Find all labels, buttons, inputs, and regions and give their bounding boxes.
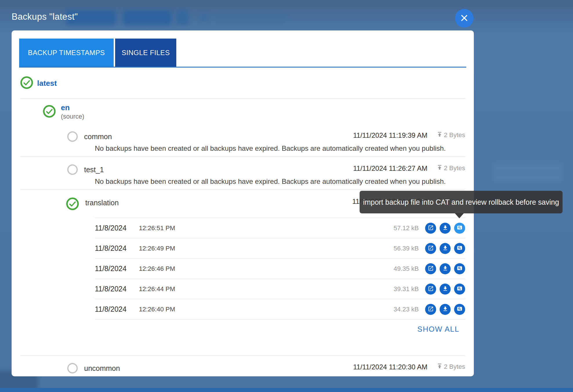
- download-icon: [442, 245, 448, 252]
- locale-label: en: [61, 103, 84, 112]
- unchecked-circle-icon[interactable]: [67, 164, 78, 175]
- preview-icon: [456, 265, 463, 272]
- backup-row: 11/8/2024 12:26:44 PM 39.31 kB: [95, 279, 465, 299]
- backup-date: 11/8/2024: [95, 224, 130, 232]
- open-in-new-button[interactable]: [425, 304, 436, 315]
- publish-icon: [437, 131, 443, 139]
- open-in-new-button[interactable]: [425, 284, 436, 295]
- backup-size: 56.39 kB: [394, 245, 419, 252]
- backup-row: 11/8/2024 12:26:40 PM 34.23 kB: [95, 299, 465, 320]
- blurred-icon: [200, 13, 208, 22]
- download-icon: [442, 286, 448, 293]
- root-label: latest: [37, 79, 57, 88]
- backup-time: 12:26:46 PM: [139, 265, 175, 273]
- open-in-new-icon: [428, 286, 434, 293]
- preview-icon: [456, 285, 463, 293]
- download-button[interactable]: [440, 304, 451, 315]
- open-in-new-icon: [428, 245, 434, 252]
- backup-size: 57.12 kB: [394, 224, 419, 232]
- file-size: 2 Bytes: [444, 164, 465, 172]
- backup-tree: latest en (source) common 11/11/2024 11:: [12, 68, 474, 376]
- backup-date: 11/8/2024: [95, 305, 130, 313]
- file-timestamp: 11/11/2024 11:20:30 AM: [353, 363, 427, 371]
- close-button[interactable]: [455, 9, 474, 28]
- dialog-title: Backups "latest": [12, 12, 78, 22]
- tab-bar: BACKUP TIMESTAMPS SINGLE FILES: [19, 39, 466, 68]
- download-button[interactable]: [440, 284, 451, 295]
- download-icon: [442, 306, 448, 313]
- preview-button[interactable]: [454, 284, 465, 295]
- download-button[interactable]: [440, 263, 451, 274]
- tree-row-en: en (source): [43, 99, 465, 124]
- open-in-new-icon: [428, 306, 434, 313]
- preview-button[interactable]: [454, 243, 465, 254]
- backup-size: 39.31 kB: [394, 285, 419, 293]
- backup-time: 12:26:49 PM: [139, 245, 175, 252]
- checked-circle-icon[interactable]: [66, 197, 79, 211]
- file-size: 2 Bytes: [444, 131, 465, 139]
- download-button[interactable]: [440, 243, 451, 254]
- preview-icon: [456, 224, 463, 232]
- checked-circle-icon[interactable]: [43, 105, 56, 119]
- blurred-button: [176, 10, 188, 25]
- no-backups-note: No backups have been created or all back…: [95, 144, 465, 153]
- blurred-content: [493, 162, 563, 183]
- file-name: translation: [85, 197, 119, 207]
- show-all-button[interactable]: SHOW ALL: [417, 325, 459, 334]
- backup-versions-list: 11/8/2024 12:26:51 PM 57.12 kB: [95, 218, 465, 340]
- backup-size: 34.23 kB: [394, 306, 419, 313]
- file-row-uncommon: uncommon 11/11/2024 11:20:30 AM 2 Bytes …: [20, 355, 465, 376]
- open-in-new-button[interactable]: [425, 223, 436, 234]
- publish-icon: [437, 363, 443, 371]
- preview-icon: [456, 245, 463, 252]
- file-name: uncommon: [84, 363, 120, 373]
- close-icon: [460, 14, 469, 23]
- backup-date: 11/8/2024: [95, 264, 130, 273]
- file-row-test-1: test_1 11/11/2024 11:26:27 AM 2 Bytes No…: [20, 157, 465, 190]
- backup-date: 11/8/2024: [95, 244, 130, 253]
- tooltip: import backup file into CAT and review r…: [360, 191, 563, 213]
- tab-single-files[interactable]: SINGLE FILES: [115, 39, 176, 67]
- download-icon: [442, 225, 448, 232]
- backup-time: 12:26:51 PM: [139, 224, 175, 232]
- locale-annotation: (source): [61, 113, 84, 120]
- file-size: 2 Bytes: [444, 363, 465, 371]
- tree-row-latest: latest: [20, 68, 465, 98]
- preview-button[interactable]: [454, 263, 465, 274]
- backup-size: 49.35 kB: [394, 265, 419, 273]
- background-bottom-bar: [0, 388, 573, 392]
- backup-row: 11/8/2024 12:26:46 PM 49.35 kB: [95, 259, 465, 279]
- no-backups-note: No backups have been created or all back…: [95, 376, 465, 376]
- backup-row: 11/8/2024 12:26:49 PM 56.39 kB: [95, 238, 465, 259]
- open-in-new-icon: [428, 265, 434, 272]
- open-in-new-icon: [428, 225, 434, 232]
- unchecked-circle-icon[interactable]: [67, 131, 78, 142]
- blurred-text: [212, 14, 288, 21]
- tooltip-arrow-icon: [455, 213, 464, 218]
- file-row-translation: translation 11/11/2024 12:34:43 PM 0 Byt…: [20, 190, 465, 355]
- file-name: common: [84, 131, 112, 141]
- preview-button[interactable]: [454, 223, 465, 234]
- backup-time: 12:26:40 PM: [139, 306, 175, 313]
- open-in-new-button[interactable]: [425, 243, 436, 254]
- file-name: test_1: [84, 164, 104, 174]
- download-icon: [442, 265, 448, 272]
- blurred-button: [123, 10, 172, 25]
- no-backups-note: No backups have been created or all back…: [95, 177, 465, 186]
- publish-icon: [437, 164, 443, 172]
- file-timestamp: 11/11/2024 11:19:39 AM: [353, 131, 427, 139]
- unchecked-circle-icon[interactable]: [67, 363, 78, 373]
- preview-icon: [456, 306, 463, 313]
- backup-row: 11/8/2024 12:26:51 PM 57.12 kB: [95, 218, 465, 238]
- tab-backup-timestamps[interactable]: BACKUP TIMESTAMPS: [19, 39, 114, 67]
- backup-time: 12:26:44 PM: [139, 285, 175, 293]
- file-timestamp: 11/11/2024 11:26:27 AM: [353, 164, 427, 173]
- preview-button[interactable]: [454, 304, 465, 315]
- tooltip-text: import backup file into CAT and review r…: [363, 198, 559, 206]
- open-in-new-button[interactable]: [425, 263, 436, 274]
- checked-circle-icon[interactable]: [20, 76, 33, 90]
- file-row-common: common 11/11/2024 11:19:39 AM 2 Bytes No…: [20, 124, 465, 157]
- download-button[interactable]: [440, 223, 451, 234]
- backup-date: 11/8/2024: [95, 285, 130, 293]
